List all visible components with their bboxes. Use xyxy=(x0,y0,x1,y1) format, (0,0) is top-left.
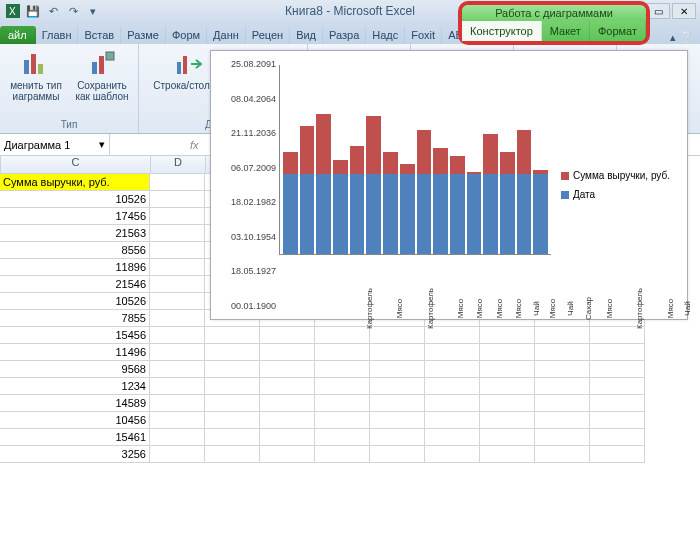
cell[interactable]: 21563 xyxy=(0,225,150,242)
tab-file[interactable]: айл xyxy=(0,26,36,44)
undo-icon[interactable]: ↶ xyxy=(44,2,62,20)
cell[interactable] xyxy=(315,327,370,344)
cell[interactable] xyxy=(370,378,425,395)
name-box[interactable]: Диаграмма 1▾ xyxy=(0,134,110,155)
redo-icon[interactable]: ↷ xyxy=(64,2,82,20)
cell[interactable] xyxy=(425,412,480,429)
cell[interactable] xyxy=(315,429,370,446)
cell[interactable] xyxy=(590,395,645,412)
cell[interactable] xyxy=(205,378,260,395)
tab-constructor[interactable]: Конструктор xyxy=(462,21,542,41)
tab-addins[interactable]: Надс xyxy=(366,26,405,44)
cell[interactable] xyxy=(425,446,480,463)
chart-object[interactable]: 25.08.209108.04.206421.11.203606.07.2009… xyxy=(210,50,688,320)
cell[interactable] xyxy=(150,242,205,259)
cell[interactable] xyxy=(150,344,205,361)
tab-layout[interactable]: Макет xyxy=(542,21,590,41)
excel-icon[interactable]: X xyxy=(4,2,22,20)
cell[interactable] xyxy=(205,344,260,361)
cell[interactable] xyxy=(260,412,315,429)
col-header-D[interactable]: D xyxy=(151,156,206,174)
cell[interactable] xyxy=(150,174,205,191)
tab-pagelayout[interactable]: Разме xyxy=(121,26,166,44)
help-icon[interactable]: ❔ xyxy=(680,31,694,44)
cell[interactable] xyxy=(260,361,315,378)
tab-developer[interactable]: Разра xyxy=(323,26,366,44)
col-header-C[interactable]: C xyxy=(1,156,151,174)
cell[interactable] xyxy=(150,361,205,378)
cell[interactable] xyxy=(315,446,370,463)
tab-data[interactable]: Данн xyxy=(207,26,246,44)
cell[interactable] xyxy=(535,344,590,361)
tab-format[interactable]: Формат xyxy=(590,21,646,41)
save-template-button[interactable]: Сохранить как шаблон xyxy=(72,48,132,102)
cell[interactable] xyxy=(150,225,205,242)
cell[interactable] xyxy=(425,327,480,344)
cell[interactable] xyxy=(260,446,315,463)
cell[interactable]: 15456 xyxy=(0,327,150,344)
cell[interactable] xyxy=(150,327,205,344)
cell[interactable] xyxy=(150,412,205,429)
cell[interactable] xyxy=(480,378,535,395)
cell[interactable] xyxy=(150,293,205,310)
cell[interactable] xyxy=(425,429,480,446)
cell[interactable] xyxy=(205,395,260,412)
cell[interactable] xyxy=(260,378,315,395)
cell[interactable]: 21546 xyxy=(0,276,150,293)
cell[interactable] xyxy=(480,361,535,378)
cell[interactable] xyxy=(150,276,205,293)
cell[interactable] xyxy=(370,344,425,361)
cell[interactable] xyxy=(150,378,205,395)
cell[interactable] xyxy=(590,412,645,429)
cell[interactable] xyxy=(480,412,535,429)
cell[interactable]: 7855 xyxy=(0,310,150,327)
cell[interactable]: Сумма выручки, руб. xyxy=(0,174,150,191)
namebox-dropdown-icon[interactable]: ▾ xyxy=(99,138,105,151)
cell[interactable] xyxy=(260,344,315,361)
cell[interactable] xyxy=(150,429,205,446)
cell[interactable] xyxy=(535,395,590,412)
cell[interactable]: 3256 xyxy=(0,446,150,463)
cell[interactable] xyxy=(150,310,205,327)
cell[interactable] xyxy=(480,429,535,446)
cell[interactable] xyxy=(535,446,590,463)
cell[interactable] xyxy=(535,327,590,344)
cell[interactable] xyxy=(425,361,480,378)
tab-insert[interactable]: Встав xyxy=(78,26,121,44)
cell[interactable]: 15461 xyxy=(0,429,150,446)
cell[interactable] xyxy=(260,395,315,412)
cell[interactable] xyxy=(535,412,590,429)
cell[interactable] xyxy=(480,395,535,412)
cell[interactable]: 1234 xyxy=(0,378,150,395)
cell[interactable] xyxy=(590,378,645,395)
cell[interactable] xyxy=(150,259,205,276)
cell[interactable] xyxy=(535,378,590,395)
cell[interactable] xyxy=(370,429,425,446)
cell[interactable] xyxy=(480,344,535,361)
tab-review[interactable]: Рецен xyxy=(246,26,290,44)
cell[interactable] xyxy=(315,412,370,429)
cell[interactable] xyxy=(150,208,205,225)
tab-formulas[interactable]: Форм xyxy=(166,26,207,44)
cell[interactable] xyxy=(150,395,205,412)
cell[interactable] xyxy=(425,378,480,395)
cell[interactable] xyxy=(480,446,535,463)
cell[interactable] xyxy=(590,446,645,463)
save-icon[interactable]: 💾 xyxy=(24,2,42,20)
cell[interactable]: 11896 xyxy=(0,259,150,276)
cell[interactable] xyxy=(590,429,645,446)
cell[interactable] xyxy=(370,412,425,429)
cell[interactable] xyxy=(370,361,425,378)
cell[interactable] xyxy=(205,327,260,344)
cell[interactable]: 9568 xyxy=(0,361,150,378)
cell[interactable] xyxy=(260,429,315,446)
cell[interactable] xyxy=(535,361,590,378)
cell[interactable] xyxy=(370,446,425,463)
cell[interactable] xyxy=(205,361,260,378)
cell[interactable] xyxy=(425,344,480,361)
tab-foxit[interactable]: Foxit xyxy=(405,26,442,44)
tab-home[interactable]: Главн xyxy=(36,26,79,44)
cell[interactable] xyxy=(480,327,535,344)
cell[interactable] xyxy=(590,327,645,344)
tab-view[interactable]: Вид xyxy=(290,26,323,44)
